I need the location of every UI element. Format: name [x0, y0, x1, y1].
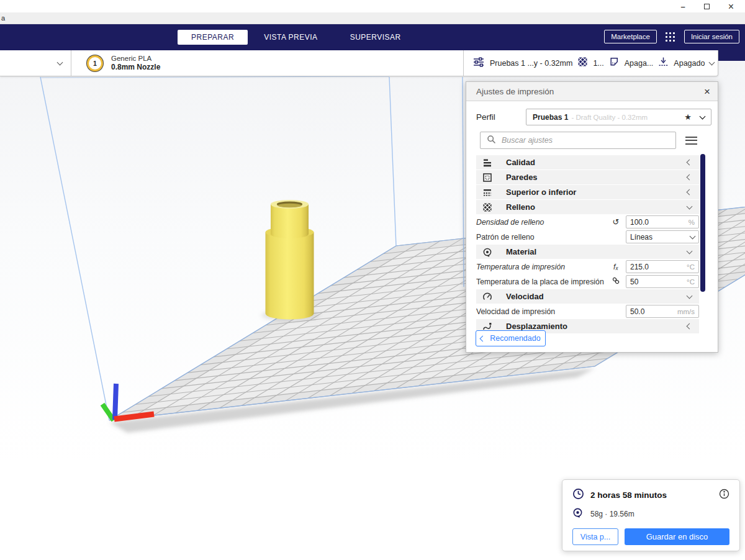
setting-category-calidad[interactable]: Calidad	[476, 155, 699, 169]
settings-menu-icon[interactable]	[685, 137, 697, 145]
profile-summary: Pruebas 1 ...y - 0.32mm	[490, 59, 572, 68]
adhesion-icon	[658, 56, 669, 70]
setting-input[interactable]: 100.0%	[626, 215, 699, 228]
setting-row: Temperatura de impresiónfₓ215.0°C	[476, 260, 699, 274]
setting-label: Temperatura de la placa de impresión	[476, 278, 610, 286]
setting-category-material[interactable]: Material	[476, 245, 699, 259]
setting-row: Temperatura de la placa de impresión50°C	[476, 274, 699, 289]
chevron-left-icon	[687, 160, 693, 166]
printer-selector[interactable]	[0, 50, 71, 76]
material-icon	[482, 246, 493, 258]
support-icon	[609, 56, 620, 70]
clock-icon	[572, 488, 584, 502]
setting-label: Temperatura de impresión	[476, 263, 610, 271]
setting-row: Patrón de rellenoLíneas	[476, 230, 699, 244]
setting-row: Densidad de relleno↺100.0%	[476, 215, 699, 229]
setting-dropdown[interactable]: Líneas	[626, 230, 699, 243]
setting-input[interactable]: 215.0°C	[626, 260, 699, 273]
speed-icon	[482, 291, 493, 302]
header-actions: Marketplace Iniciar sesión	[604, 30, 739, 43]
chevron-down-icon	[690, 233, 696, 239]
settings-list: CalidadParedesSuperior o inferiorRelleno…	[476, 155, 699, 333]
window-titlebar: – ×	[0, 0, 745, 12]
configuration-bar: 1 Generic PLA 0.8mm Nozzle Pruebas 1 ...…	[0, 50, 718, 76]
quality-icon	[482, 157, 493, 168]
profile-label: Perfil	[476, 112, 526, 122]
extruder-1-icon: 1	[87, 55, 103, 71]
print-output-card: 2 horas 58 minutos 58g · 19.56m Vista p.…	[562, 479, 740, 551]
marketplace-button[interactable]: Marketplace	[604, 30, 657, 43]
minimize-icon[interactable]: –	[680, 2, 685, 11]
infill-icon	[577, 56, 588, 70]
star-icon[interactable]: ★	[684, 112, 692, 122]
setting-input[interactable]: 50.0mm/s	[626, 305, 699, 318]
profile-current-value: Pruebas 1	[533, 113, 568, 122]
close-window-icon[interactable]: ×	[728, 2, 734, 11]
infill-icon	[482, 202, 493, 213]
print-settings-panel: Ajustes de impresión × Perfil Pruebas 1 …	[466, 81, 718, 353]
setting-category-velocidad[interactable]: Velocidad	[476, 289, 699, 304]
model-cylinder[interactable]	[266, 200, 314, 320]
profile-suffix: - Draft Quality - 0.32mm	[571, 114, 684, 121]
infill-summary: 1...	[593, 59, 603, 68]
setting-category-relleno[interactable]: Relleno	[476, 200, 699, 214]
profile-row: Perfil Pruebas 1 - Draft Quality - 0.32m…	[476, 109, 711, 125]
setting-label: Densidad de relleno	[476, 218, 610, 227]
menu-strip: a	[0, 12, 745, 24]
nozzle-size: 0.8mm Nozzle	[111, 63, 160, 72]
chevron-left-icon	[687, 174, 693, 181]
material-selector[interactable]: 1 Generic PLA 0.8mm Nozzle	[71, 50, 463, 76]
spool-icon	[572, 507, 583, 520]
chevron-down-icon	[57, 59, 63, 65]
fx-icon[interactable]: fₓ	[610, 262, 621, 271]
link-icon[interactable]	[610, 276, 621, 287]
apps-grid-icon[interactable]	[664, 30, 677, 43]
print-time-estimate: 2 horas 58 minutos	[590, 490, 719, 500]
chevron-down-icon	[687, 203, 693, 209]
profile-dropdown[interactable]: Pruebas 1 - Draft Quality - 0.32mm ★	[526, 109, 711, 125]
adhesion-summary: Apagado	[674, 59, 705, 68]
panel-title: Ajustes de impresión	[476, 87, 704, 96]
restore-icon[interactable]	[704, 4, 710, 9]
walls-icon	[482, 172, 493, 183]
chevron-down-icon	[700, 113, 706, 119]
search-icon	[487, 135, 496, 147]
print-settings-summary[interactable]: Pruebas 1 ...y - 0.32mm 1... Apaga... Ap…	[463, 50, 718, 76]
material-name: Generic PLA	[111, 54, 160, 63]
setting-category-superior-o-inferior[interactable]: Superior o inferior	[476, 185, 699, 199]
chevron-down-icon	[687, 248, 693, 254]
setting-row: Velocidad de impresión50.0mm/s	[476, 304, 699, 318]
reset-icon[interactable]: ↺	[610, 217, 621, 227]
chevron-left-icon	[480, 335, 486, 341]
chevron-down-icon	[687, 292, 693, 299]
save-to-disk-button[interactable]: Guardar en disco	[625, 528, 729, 545]
axis-y-green	[102, 404, 114, 420]
info-icon[interactable]	[719, 489, 729, 502]
material-usage-estimate: 58g · 19.56m	[590, 510, 634, 518]
app-title-fragment: a	[1, 14, 5, 22]
search-row: Buscar ajustes	[480, 132, 711, 149]
stage-tabs: PREPARAR VISTA PREVIA SUPERVISAR	[178, 30, 417, 45]
chevron-left-icon	[687, 189, 693, 196]
setting-input[interactable]: 50°C	[626, 275, 699, 288]
sliders-icon	[472, 57, 485, 70]
recommended-mode-button[interactable]: Recomendado	[476, 330, 546, 346]
tab-supervisar[interactable]: SUPERVISAR	[334, 30, 417, 45]
tab-preparar[interactable]: PREPARAR	[178, 30, 248, 45]
setting-label: Velocidad de impresión	[476, 307, 610, 316]
close-panel-icon[interactable]: ×	[704, 86, 710, 97]
search-input[interactable]: Buscar ajustes	[480, 132, 676, 149]
tab-vista-previa[interactable]: VISTA PREVIA	[248, 30, 333, 45]
setting-label: Patrón de relleno	[476, 233, 610, 242]
sign-in-button[interactable]: Iniciar sesión	[684, 30, 739, 43]
support-summary: Apaga...	[625, 59, 654, 68]
chevron-down-icon	[709, 59, 715, 65]
search-placeholder: Buscar ajustes	[502, 136, 553, 145]
axis-z-blue	[115, 384, 116, 420]
topbottom-icon	[482, 187, 493, 198]
setting-category-paredes[interactable]: Paredes	[476, 170, 699, 184]
panel-header: Ajustes de impresión ×	[466, 82, 718, 101]
preview-button[interactable]: Vista p...	[572, 528, 618, 545]
chevron-left-icon	[687, 323, 693, 330]
panel-scrollbar[interactable]	[700, 154, 705, 292]
